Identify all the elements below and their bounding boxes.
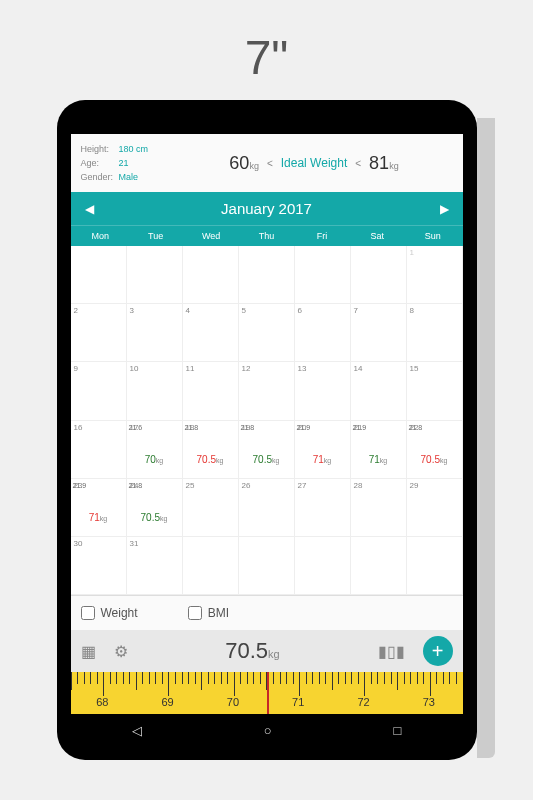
calendar-cell[interactable]: 24 21.870.5kg <box>127 479 183 537</box>
calendar-cell[interactable]: 30 <box>71 537 127 595</box>
day-number: 26 <box>242 481 251 490</box>
day-number: 22 <box>410 423 419 432</box>
calendar-cell[interactable]: 7 <box>351 304 407 362</box>
day-number: 14 <box>354 364 363 373</box>
back-button[interactable]: ◁ <box>132 723 142 738</box>
ruler-label: 72 <box>357 696 369 708</box>
gear-icon[interactable]: ⚙ <box>114 642 128 661</box>
home-button[interactable]: ○ <box>264 723 272 738</box>
calendar-cell[interactable]: 23 21.971kg <box>71 479 127 537</box>
calendar-cell[interactable] <box>183 537 239 595</box>
range-high: 81 <box>369 153 389 173</box>
chart-icon[interactable]: ▮▯▮ <box>378 642 405 661</box>
calendar-cell[interactable]: 6 <box>295 304 351 362</box>
calendar-cell[interactable] <box>71 246 127 304</box>
calendar-cell[interactable]: 15 <box>407 362 463 420</box>
calendar-cell[interactable] <box>295 246 351 304</box>
height-label: Height: <box>81 142 119 156</box>
calendar-cell[interactable]: 26 <box>239 479 295 537</box>
day-number: 3 <box>130 306 134 315</box>
day-number: 20 <box>298 423 307 432</box>
day-number: 11 <box>186 364 195 373</box>
calendar-cell[interactable]: 5 <box>239 304 295 362</box>
bottom-bar: ▦ ⚙ 70.5kg ▮▯▮ + <box>71 630 463 672</box>
range-low: 60 <box>229 153 249 173</box>
calendar-cell[interactable]: 22 21.870.5kg <box>407 421 463 479</box>
gender-value[interactable]: Male <box>119 172 139 182</box>
calendar-cell[interactable]: 13 <box>295 362 351 420</box>
calendar-cell[interactable]: 2 <box>71 304 127 362</box>
calendar-cell[interactable]: 18 21.870.5kg <box>183 421 239 479</box>
calendar-cell[interactable]: 25 <box>183 479 239 537</box>
calendar-cell[interactable]: 21 21.971kg <box>351 421 407 479</box>
add-button[interactable]: + <box>423 636 453 666</box>
weekday-header: MonTueWedThuFriSatSun <box>71 225 463 246</box>
calendar-cell[interactable]: 16 <box>71 421 127 479</box>
calendar-cell[interactable] <box>351 537 407 595</box>
calendar-cell[interactable] <box>183 246 239 304</box>
calendar-cell[interactable]: 3 <box>127 304 183 362</box>
ruler-label: 70 <box>227 696 239 708</box>
next-month-button[interactable]: ▶ <box>440 202 449 216</box>
calendar-cell[interactable]: 17 21.670kg <box>127 421 183 479</box>
calendar-cell[interactable] <box>351 246 407 304</box>
weight-checkbox[interactable] <box>81 606 95 620</box>
ruler-label: 68 <box>96 696 108 708</box>
bmi-checkbox[interactable] <box>188 606 202 620</box>
calendar-cell[interactable]: 11 <box>183 362 239 420</box>
calendar-cell[interactable] <box>407 537 463 595</box>
day-number: 30 <box>74 539 83 548</box>
weekday: Sun <box>405 231 460 241</box>
weekday: Wed <box>183 231 238 241</box>
calendar-cell[interactable]: 27 <box>295 479 351 537</box>
day-number: 18 <box>186 423 195 432</box>
recent-button[interactable]: □ <box>394 723 402 738</box>
calendar-cell[interactable]: 8 <box>407 304 463 362</box>
day-number: 25 <box>186 481 195 490</box>
calendar-cell[interactable] <box>239 246 295 304</box>
calendar-cell[interactable]: 29 <box>407 479 463 537</box>
weight-value: 70.5kg <box>185 454 236 465</box>
calendar-grid: 1234567891011121314151617 21.670kg18 21.… <box>71 246 463 595</box>
calendar-cell[interactable] <box>127 246 183 304</box>
day-number: 27 <box>298 481 307 490</box>
ruler-label: 73 <box>423 696 435 708</box>
calendar-cell[interactable]: 28 <box>351 479 407 537</box>
calendar-cell[interactable]: 10 <box>127 362 183 420</box>
tablet-frame: Height:180 cm Age:21 Gender:Male 60kg < … <box>57 100 477 760</box>
weight-value: 70.5kg <box>129 512 180 523</box>
weight-toggle[interactable]: Weight <box>81 606 138 620</box>
calendar-cell[interactable]: 1 <box>407 246 463 304</box>
weight-value: 71kg <box>73 512 124 523</box>
weight-ruler[interactable]: 686970717273 <box>71 672 463 714</box>
height-value[interactable]: 180 cm <box>119 144 149 154</box>
calendar-cell[interactable]: 14 <box>351 362 407 420</box>
day-number: 7 <box>354 306 358 315</box>
calendar-cell[interactable]: 31 <box>127 537 183 595</box>
day-number: 15 <box>410 364 419 373</box>
calendar-cell[interactable]: 4 <box>183 304 239 362</box>
shadow <box>477 118 495 758</box>
day-number: 19 <box>242 423 251 432</box>
calendar-cell[interactable]: 20 21.971kg <box>295 421 351 479</box>
age-value[interactable]: 21 <box>119 158 129 168</box>
month-bar: ◀ January 2017 ▶ <box>71 192 463 225</box>
calendar-cell[interactable] <box>239 537 295 595</box>
weekday: Thu <box>239 231 294 241</box>
day-number: 5 <box>242 306 246 315</box>
prev-month-button[interactable]: ◀ <box>85 202 94 216</box>
day-number: 1 <box>410 248 414 257</box>
page-title: 7" <box>0 0 533 100</box>
calendar-cell[interactable]: 9 <box>71 362 127 420</box>
calendar-cell[interactable]: 12 <box>239 362 295 420</box>
toggle-row: Weight BMI <box>71 595 463 630</box>
screen: Height:180 cm Age:21 Gender:Male 60kg < … <box>71 134 463 746</box>
calendar-cell[interactable] <box>295 537 351 595</box>
bmi-toggle[interactable]: BMI <box>188 606 229 620</box>
grid-icon[interactable]: ▦ <box>81 642 96 661</box>
current-weight: 70.5kg <box>146 638 360 664</box>
calendar-cell[interactable]: 19 21.870.5kg <box>239 421 295 479</box>
weight-value: 71kg <box>297 454 348 465</box>
ruler-label: 69 <box>161 696 173 708</box>
weekday: Fri <box>294 231 349 241</box>
